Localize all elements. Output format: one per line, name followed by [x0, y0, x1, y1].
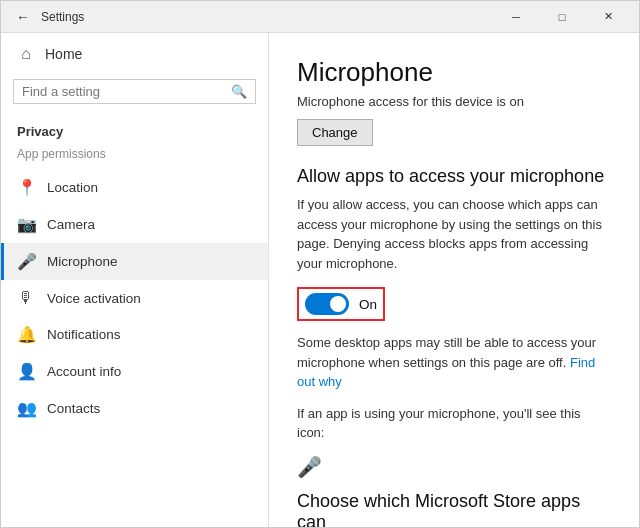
microphone-icon: 🎤 [17, 252, 35, 271]
app-permissions-label: App permissions [1, 143, 268, 169]
sidebar-item-voice-activation[interactable]: 🎙 Voice activation [1, 280, 268, 316]
mic-small-icon: 🎤 [297, 456, 322, 478]
toggle-label: On [359, 297, 377, 312]
mic-icon-row: 🎤 [297, 455, 611, 479]
sidebar-item-label: Camera [47, 217, 95, 232]
sidebar-item-label: Location [47, 180, 98, 195]
notifications-icon: 🔔 [17, 325, 35, 344]
sidebar-item-camera[interactable]: 📷 Camera [1, 206, 268, 243]
maximize-button[interactable]: □ [539, 1, 585, 33]
settings-window: ← Settings ─ □ ✕ ⌂ Home 🔍 Privacy App pe… [0, 0, 640, 528]
allow-section-title: Allow apps to access your microphone [297, 166, 611, 187]
microphone-toggle[interactable] [305, 293, 349, 315]
allow-section-description: If you allow access, you can choose whic… [297, 195, 611, 273]
close-button[interactable]: ✕ [585, 1, 631, 33]
location-icon: 📍 [17, 178, 35, 197]
sidebar-item-home[interactable]: ⌂ Home [1, 33, 268, 75]
sidebar: ⌂ Home 🔍 Privacy App permissions 📍 Locat… [1, 33, 269, 527]
icon-note: If an app is using your microphone, you'… [297, 404, 611, 443]
sidebar-item-account-info[interactable]: 👤 Account info [1, 353, 268, 390]
sidebar-item-label: Contacts [47, 401, 100, 416]
search-box[interactable]: 🔍 [13, 79, 256, 104]
toggle-thumb [330, 296, 346, 312]
main-panel: Microphone Microphone access for this de… [269, 33, 639, 527]
page-title: Microphone [297, 57, 611, 88]
titlebar: ← Settings ─ □ ✕ [1, 1, 639, 33]
voice-icon: 🎙 [17, 289, 35, 307]
sidebar-item-microphone[interactable]: 🎤 Microphone [1, 243, 268, 280]
camera-icon: 📷 [17, 215, 35, 234]
sidebar-item-label: Voice activation [47, 291, 141, 306]
change-button[interactable]: Change [297, 119, 373, 146]
account-icon: 👤 [17, 362, 35, 381]
choose-section-title: Choose which Microsoft Store apps can [297, 491, 611, 528]
contacts-icon: 👥 [17, 399, 35, 418]
sidebar-item-notifications[interactable]: 🔔 Notifications [1, 316, 268, 353]
back-button[interactable]: ← [9, 3, 37, 31]
sidebar-item-location[interactable]: 📍 Location [1, 169, 268, 206]
microphone-toggle-row[interactable]: On [297, 287, 385, 321]
search-icon: 🔍 [231, 84, 247, 99]
sidebar-item-label: Notifications [47, 327, 121, 342]
toggle-track [305, 293, 349, 315]
minimize-button[interactable]: ─ [493, 1, 539, 33]
privacy-label: Privacy [1, 116, 268, 143]
sidebar-item-contacts[interactable]: 👥 Contacts [1, 390, 268, 427]
home-label: Home [45, 46, 82, 62]
home-icon: ⌂ [17, 45, 35, 63]
window-controls: ─ □ ✕ [493, 1, 631, 33]
access-status: Microphone access for this device is on [297, 94, 611, 109]
desktop-note: Some desktop apps may still be able to a… [297, 333, 611, 392]
sidebar-item-label: Microphone [47, 254, 118, 269]
window-title: Settings [41, 10, 84, 24]
search-input[interactable] [22, 84, 231, 99]
sidebar-item-label: Account info [47, 364, 121, 379]
content-area: ⌂ Home 🔍 Privacy App permissions 📍 Locat… [1, 33, 639, 527]
